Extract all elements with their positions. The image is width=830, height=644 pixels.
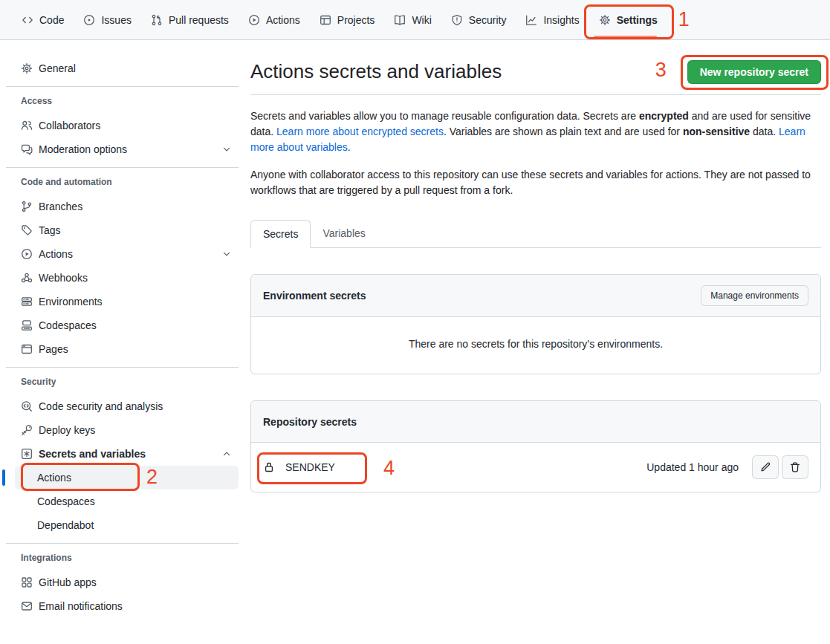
secret-name-group: SENDKEY4 <box>263 461 335 473</box>
git-branch-icon <box>21 201 33 212</box>
sidebar-item-actions[interactable]: Actions2 <box>15 466 239 489</box>
intro-text-segment: Secrets and variables allow you to manag… <box>250 110 639 122</box>
annotation-number-2: 2 <box>146 467 158 487</box>
sidebar-item-label: Tags <box>39 224 61 236</box>
sidebar-item-code-security-and-analysis[interactable]: Code security and analysis <box>6 394 239 418</box>
sidebar-item-codespaces[interactable]: Codespaces <box>6 313 239 337</box>
main-content: Actions secrets and variables New reposi… <box>250 40 821 492</box>
nav-tab-insights[interactable]: Insights <box>516 0 589 39</box>
sidebar-divider <box>6 86 239 87</box>
tab-secrets[interactable]: Secrets <box>250 220 311 248</box>
secret-updated: Updated 1 hour ago <box>646 461 739 473</box>
repository-secrets-header: Repository secrets <box>251 401 820 443</box>
key-icon <box>21 424 33 436</box>
sidebar-item-deploy-keys[interactable]: Deploy keys <box>6 418 239 442</box>
manage-environments-button[interactable]: Manage environments <box>701 285 808 306</box>
intro-text-segment: . <box>348 141 351 153</box>
sidebar-item-label: Moderation options <box>39 143 127 155</box>
trash-icon <box>789 461 801 473</box>
sidebar-item-github-apps[interactable]: GitHub apps <box>6 570 239 594</box>
settings-sidebar: GeneralAccessCollaboratorsModeration opt… <box>0 40 250 618</box>
sidebar-divider <box>6 543 239 544</box>
issue-opened-icon <box>83 14 95 26</box>
sidebar-section-header-security: Security <box>6 377 239 387</box>
secret-name: SENDKEY <box>285 461 335 473</box>
repository-secrets-panel: Repository secrets SENDKEY4Updated 1 hou… <box>250 400 821 492</box>
intro-text-segment: . Variables are shown as plain text and … <box>444 126 683 137</box>
nav-tab-label: Issues <box>101 14 131 26</box>
sidebar-item-dependabot[interactable]: Dependabot <box>15 513 239 537</box>
chevron-up-icon <box>221 448 233 460</box>
sidebar-section-header-integrations: Integrations <box>6 553 239 563</box>
repo-nav: CodeIssuesPull requestsActionsProjectsWi… <box>0 0 830 40</box>
sidebar-item-label: Pages <box>39 343 68 355</box>
sidebar-item-label: General <box>39 62 76 74</box>
webhook-icon <box>21 272 33 284</box>
graph-icon <box>525 14 537 26</box>
sidebar-item-actions[interactable]: Actions <box>6 242 239 266</box>
sidebar-item-label: Deploy keys <box>39 424 95 436</box>
page-title: Actions secrets and variables <box>250 59 502 84</box>
sidebar-item-secrets-and-variables[interactable]: Secrets and variables <box>6 442 239 466</box>
book-icon <box>394 14 406 26</box>
sidebar-divider <box>6 167 239 168</box>
nav-tab-settings[interactable]: Settings1 <box>589 0 667 39</box>
play-icon <box>248 14 260 26</box>
nav-tab-projects[interactable]: Projects <box>310 0 385 39</box>
intro-text-segment: non-sensitive <box>683 126 750 137</box>
nav-tab-label: Wiki <box>412 14 431 26</box>
delete-secret-button[interactable] <box>782 455 808 479</box>
nav-tab-wiki[interactable]: Wiki <box>384 0 441 39</box>
new-repository-secret-button[interactable]: New repository secret 3 <box>687 60 821 84</box>
sidebar-item-collaborators[interactable]: Collaborators <box>6 114 239 137</box>
comment-discussion-icon <box>21 143 33 155</box>
mail-icon <box>21 600 33 612</box>
nav-tab-label: Security <box>469 14 507 26</box>
sidebar-item-moderation-options[interactable]: Moderation options <box>6 137 239 161</box>
sidebar-item-label: Email notifications <box>39 600 123 612</box>
nav-tab-code[interactable]: Code <box>12 0 74 39</box>
sidebar-item-environments[interactable]: Environments <box>6 290 239 313</box>
sidebar-item-label: Codespaces <box>39 319 97 331</box>
new-repository-secret-label: New repository secret <box>700 66 808 78</box>
sidebar-item-pages[interactable]: Pages <box>6 337 239 361</box>
nav-tab-security[interactable]: Security <box>441 0 516 39</box>
people-icon <box>21 120 33 131</box>
apps-icon <box>21 576 33 588</box>
tab-variables[interactable]: Variables <box>311 220 377 247</box>
sidebar-item-label: Webhooks <box>39 272 88 284</box>
learn-more-link[interactable]: Learn more about encrypted secrets <box>276 126 444 137</box>
nav-tab-pull-requests[interactable]: Pull requests <box>141 0 239 39</box>
page-layout: GeneralAccessCollaboratorsModeration opt… <box>0 40 830 618</box>
annotation-number-3: 3 <box>655 60 667 80</box>
codescan-icon <box>21 400 33 412</box>
sidebar-item-label: Code security and analysis <box>39 400 163 412</box>
content-header: Actions secrets and variables New reposi… <box>250 59 821 95</box>
browser-icon <box>21 343 33 355</box>
sidebar-section-header-code-and-automation: Code and automation <box>6 177 239 187</box>
gear-icon <box>599 14 611 26</box>
tag-icon <box>21 224 33 236</box>
sidebar-item-label: GitHub apps <box>39 576 97 588</box>
nav-tab-actions[interactable]: Actions <box>239 0 310 39</box>
sidebar-item-label: Dependabot <box>37 519 94 531</box>
nav-tab-issues[interactable]: Issues <box>74 0 140 39</box>
sidebar-item-label: Actions <box>39 248 73 260</box>
secret-icon <box>21 448 33 460</box>
intro-text-segment: encrypted <box>639 110 689 122</box>
sidebar-item-label: Environments <box>39 296 103 308</box>
sidebar-item-email-notifications[interactable]: Email notifications <box>6 594 239 618</box>
sidebar-item-label: Codespaces <box>37 495 95 507</box>
sidebar-item-label: Actions <box>37 472 71 484</box>
intro-paragraph: Secrets and variables allow you to manag… <box>250 108 821 155</box>
server-icon <box>21 296 33 308</box>
repository-secrets-list: SENDKEY4Updated 1 hour ago <box>251 443 820 492</box>
sidebar-item-tags[interactable]: Tags <box>6 218 239 242</box>
edit-secret-button[interactable] <box>752 455 779 479</box>
sidebar-item-branches[interactable]: Branches <box>6 195 239 218</box>
sidebar-item-general[interactable]: General <box>6 56 239 80</box>
environment-secrets-empty-message: There are no secrets for this repository… <box>251 317 820 374</box>
sidebar-item-codespaces[interactable]: Codespaces <box>15 489 239 513</box>
pencil-icon <box>759 461 771 473</box>
sidebar-item-webhooks[interactable]: Webhooks <box>6 266 239 290</box>
